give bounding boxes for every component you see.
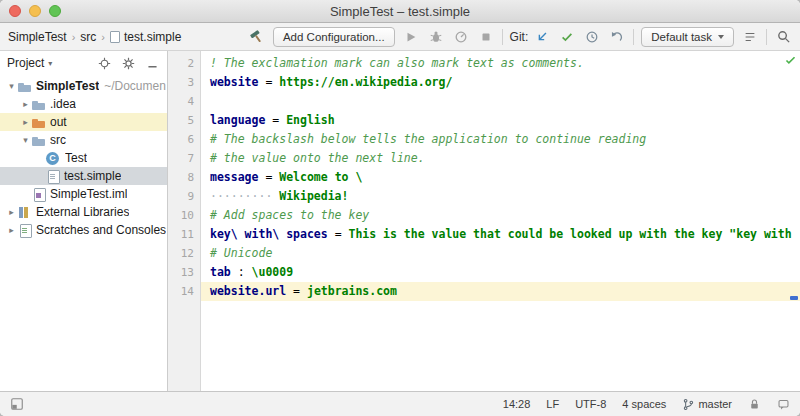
toolbar-actions: Add Configuration... Git:	[248, 27, 792, 47]
editor-line[interactable]: 10# Add spaces to the key	[168, 206, 800, 225]
breadcrumb-item-test-simple[interactable]: test.simple	[110, 30, 181, 44]
lock-icon[interactable]	[748, 398, 761, 411]
line-number[interactable]: 9	[168, 187, 201, 206]
editor-line[interactable]: 8message = Welcome to \	[168, 168, 800, 187]
line-number[interactable]: 2	[168, 54, 201, 73]
tree-expand-arrow-icon[interactable]: ▾	[6, 81, 17, 91]
editor[interactable]: 2! The exclamation mark can also mark te…	[168, 51, 800, 391]
add-configuration-button[interactable]: Add Configuration...	[273, 27, 395, 47]
settings-gear-icon[interactable]	[120, 55, 136, 71]
editor-line[interactable]: 14website.url = jetbrains.com	[168, 282, 800, 301]
code-segment-plain: :	[231, 265, 252, 279]
line-number[interactable]: 14	[168, 282, 201, 301]
tree-item-label: Scratches and Consoles	[36, 223, 166, 237]
line-separator-widget[interactable]: LF	[546, 398, 559, 410]
breadcrumb-label: test.simple	[124, 30, 181, 44]
editor-line[interactable]: 2! The exclamation mark can also mark te…	[168, 54, 800, 73]
vcs-update-icon[interactable]	[533, 28, 551, 46]
breadcrumb-item-src[interactable]: src	[80, 30, 96, 44]
tree-expand-arrow-icon[interactable]: ▸	[6, 225, 17, 235]
status-bar: 14:28 LF UTF-8 4 spaces master	[0, 391, 800, 416]
tree-item-scratches-and-consoles[interactable]: ▸Scratches and Consoles	[0, 221, 167, 239]
editor-line[interactable]: 4	[168, 92, 800, 111]
code-segment-value: https://en.wikipedia.org/	[279, 75, 452, 89]
hide-panel-icon[interactable]	[144, 55, 160, 71]
tree-item-test-simple[interactable]: test.simple	[0, 167, 167, 185]
tree-item-external-libraries[interactable]: ▸External Libraries	[0, 203, 167, 221]
tree-item-simpletest-iml[interactable]: SimpleTest.iml	[0, 185, 167, 203]
line-number[interactable]: 4	[168, 92, 201, 111]
git-branch-widget[interactable]: master	[682, 398, 732, 411]
line-number[interactable]: 11	[168, 225, 201, 244]
simple-file-icon	[45, 169, 60, 184]
tree-item-out[interactable]: ▸out	[0, 113, 167, 131]
search-icon[interactable]	[774, 28, 792, 46]
line-number[interactable]: 13	[168, 263, 201, 282]
stop-icon[interactable]	[477, 28, 495, 46]
select-opened-file-icon[interactable]	[96, 55, 112, 71]
line-number[interactable]: 12	[168, 244, 201, 263]
editor-line[interactable]: 5language = English	[168, 111, 800, 130]
tree-item-src[interactable]: ▾src	[0, 131, 167, 149]
tasks-list-icon[interactable]	[741, 28, 759, 46]
vcs-commit-icon[interactable]	[558, 28, 576, 46]
build-hammer-icon[interactable]	[248, 28, 266, 46]
caret-position-widget[interactable]: 14:28	[503, 398, 531, 410]
tree-item-simpletest[interactable]: ▾SimpleTest~/Documen	[0, 77, 167, 95]
code-text: # The backslash below tells the applicat…	[201, 130, 800, 149]
class-icon	[46, 152, 59, 165]
tree-expand-arrow-icon[interactable]: ▸	[20, 99, 31, 109]
tree-item-idea[interactable]: ▸.idea	[0, 95, 167, 113]
indent-widget[interactable]: 4 spaces	[622, 398, 666, 410]
code-text: key\ with\ spaces = This is the value th…	[201, 225, 800, 244]
git-branch-name: master	[698, 398, 732, 410]
code-segment-key: key\ with\ spaces	[210, 227, 328, 241]
line-number[interactable]: 8	[168, 168, 201, 187]
code-segment-key: website	[210, 75, 258, 89]
close-window-button[interactable]	[9, 5, 21, 17]
tree-item-test[interactable]: Test	[0, 149, 167, 167]
editor-line[interactable]: 7# the value onto the next line.	[168, 149, 800, 168]
line-number[interactable]: 7	[168, 149, 201, 168]
ide-window: SimpleTest – test.simple SimpleTest›src›…	[0, 0, 800, 416]
tree-expand-arrow-icon[interactable]: ▾	[20, 135, 31, 145]
line-number[interactable]: 3	[168, 73, 201, 92]
code-text: # Add spaces to the key	[201, 206, 800, 225]
tool-window-switcher-icon[interactable]	[10, 397, 24, 411]
vcs-rollback-icon[interactable]	[608, 28, 626, 46]
inspections-status-icon[interactable]	[784, 54, 797, 70]
line-number[interactable]: 10	[168, 206, 201, 225]
default-task-dropdown[interactable]: Default task	[641, 27, 734, 47]
folder-icon	[31, 133, 46, 148]
editor-line[interactable]: 3website = https://en.wikipedia.org/	[168, 73, 800, 92]
editor-line[interactable]: 12# Unicode	[168, 244, 800, 263]
minimize-window-button[interactable]	[29, 5, 41, 17]
tree-item-label: src	[50, 133, 66, 147]
scratches-icon	[17, 223, 32, 238]
project-panel-title[interactable]: Project ▾	[7, 56, 52, 70]
code-segment-value: Wikipedia!	[272, 189, 348, 203]
editor-line[interactable]: 9········· Wikipedia!	[168, 187, 800, 206]
editor-line[interactable]: 11key\ with\ spaces = This is the value …	[168, 225, 800, 244]
editor-line[interactable]: 6# The backslash below tells the applica…	[168, 130, 800, 149]
tree-expand-arrow-icon[interactable]: ▸	[6, 207, 17, 217]
run-icon[interactable]	[402, 28, 420, 46]
encoding-widget[interactable]: UTF-8	[575, 398, 606, 410]
profiler-icon[interactable]	[452, 28, 470, 46]
debug-icon[interactable]	[427, 28, 445, 46]
code-segment-plain: =	[328, 227, 349, 241]
line-number[interactable]: 6	[168, 130, 201, 149]
code-segment-plain: =	[258, 75, 279, 89]
code-segment-comment: # Unicode	[210, 246, 272, 260]
notifications-icon[interactable]	[777, 398, 790, 411]
code-segment-value: This is the value that could be looked u…	[348, 227, 791, 241]
folder-icon	[31, 97, 46, 112]
editor-lines: 2! The exclamation mark can also mark te…	[168, 51, 800, 301]
vcs-history-icon[interactable]	[583, 28, 601, 46]
tree-item-label: test.simple	[64, 169, 121, 183]
zoom-window-button[interactable]	[49, 5, 61, 17]
tree-expand-arrow-icon[interactable]: ▸	[20, 117, 31, 127]
line-number[interactable]: 5	[168, 111, 201, 130]
breadcrumb-item-simpletest[interactable]: SimpleTest	[8, 30, 67, 44]
editor-line[interactable]: 13tab : \u0009	[168, 263, 800, 282]
